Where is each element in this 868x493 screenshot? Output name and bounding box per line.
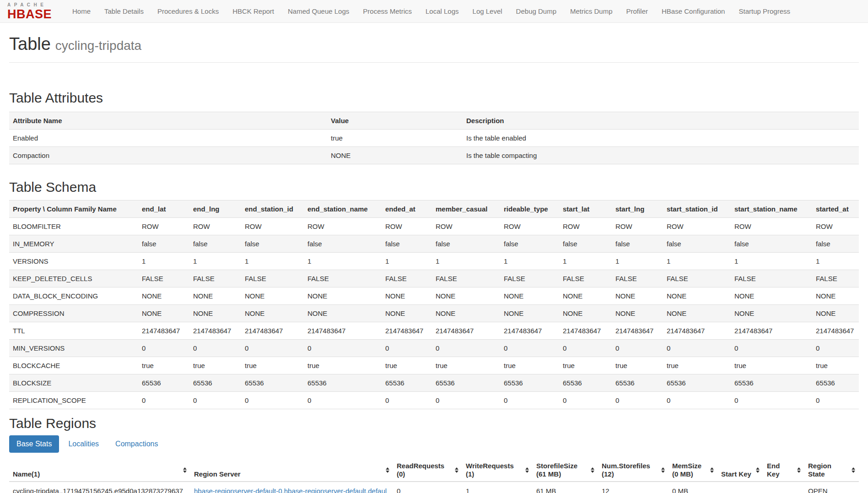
schema-property-value: 65536 — [432, 374, 500, 391]
schema-property-value: 1 — [189, 252, 241, 270]
schema-property-value: 1 — [559, 252, 612, 270]
schema-property-name: KEEP_DELETED_CELLS — [9, 270, 138, 287]
sort-icon[interactable] — [525, 467, 529, 473]
nav-item-process-metrics[interactable]: Process Metrics — [356, 0, 419, 22]
schema-property-value: 2147483647 — [500, 322, 559, 339]
schema-property-name: REPLICATION_SCOPE — [9, 391, 138, 409]
region-server-link[interactable]: hbase-regionserver-default-0.hbase-regio… — [194, 487, 387, 493]
schema-property-value: true — [138, 357, 189, 374]
nav-item-procedures-locks[interactable]: Procedures & Locks — [151, 0, 226, 22]
nav-item-hbase-configuration[interactable]: HBase Configuration — [655, 0, 732, 22]
schema-property-value: 65536 — [189, 374, 241, 391]
schema-property-value: 1 — [241, 252, 304, 270]
schema-property-value: NONE — [663, 287, 731, 304]
nav-menu: HomeTable DetailsProcedures & LocksHBCK … — [65, 0, 797, 22]
sort-up-arrow — [455, 467, 458, 470]
schema-property-name: BLOCKSIZE — [9, 374, 138, 391]
regions-column-memsize-0-mb[interactable]: MemSize (0 MB) — [669, 459, 717, 482]
schema-property-value: FALSE — [731, 270, 812, 287]
schema-property-value: 0 — [382, 339, 432, 357]
schema-property-value: 1 — [663, 252, 731, 270]
regions-column-label: WriteRequests (1) — [466, 462, 514, 478]
region-state-cell: OPEN — [804, 482, 859, 493]
regions-column-region-server[interactable]: Region Server — [190, 459, 393, 482]
schema-property-value: NONE — [500, 304, 559, 322]
hbase-logo[interactable]: APACHE HBASE — [7, 3, 52, 20]
regions-column-writerequests-1[interactable]: WriteRequests (1) — [462, 459, 533, 482]
nav-item-hbck-report[interactable]: HBCK Report — [226, 0, 281, 22]
attributes-heading: Table Attributes — [9, 90, 859, 105]
schema-property-value: 65536 — [138, 374, 189, 391]
schema-property-value: true — [612, 357, 663, 374]
regions-column-num-storefiles-12[interactable]: Num.Storefiles (12) — [598, 459, 669, 482]
attribute-name-cell: Enabled — [9, 129, 327, 146]
nav-item-local-logs[interactable]: Local Logs — [419, 0, 466, 22]
schema-family-end-lng: end_lng — [189, 200, 241, 217]
write-requests-cell: 1 — [462, 482, 533, 493]
schema-family-start-lat: start_lat — [559, 200, 612, 217]
regions-column-start-key[interactable]: Start Key — [717, 459, 763, 482]
nav-item-named-queue-logs[interactable]: Named Queue Logs — [281, 0, 356, 22]
regions-column-name-1[interactable]: Name(1) — [9, 459, 190, 482]
schema-property-value: NONE — [241, 304, 304, 322]
tab-localities[interactable]: Localities — [61, 435, 106, 453]
schema-property-value: false — [812, 235, 859, 252]
regions-column-end-key[interactable]: End Key — [763, 459, 804, 482]
nav-item-metrics-dump[interactable]: Metrics Dump — [563, 0, 620, 22]
sort-icon[interactable] — [756, 467, 760, 473]
end-key-cell — [763, 482, 804, 493]
nav-item-profiler[interactable]: Profiler — [620, 0, 655, 22]
sort-icon[interactable] — [797, 467, 801, 473]
sort-icon[interactable] — [183, 467, 187, 473]
regions-column-label: Start Key — [721, 470, 751, 478]
schema-property-value: ROW — [241, 217, 304, 235]
schema-property-value: NONE — [382, 287, 432, 304]
schema-family-member-casual: member_casual — [432, 200, 500, 217]
schema-property-value: ROW — [731, 217, 812, 235]
regions-column-label: Num.Storefiles (12) — [602, 462, 650, 478]
schema-property-value: 1 — [432, 252, 500, 270]
table-attributes-section: Table Attributes Attribute NameValueDesc… — [9, 90, 859, 164]
tab-compactions[interactable]: Compactions — [108, 435, 165, 453]
nav-item-log-level[interactable]: Log Level — [466, 0, 509, 22]
schema-property-value: 1 — [138, 252, 189, 270]
schema-property-value: NONE — [812, 304, 859, 322]
regions-column-readrequests-0[interactable]: ReadRequests (0) — [393, 459, 462, 482]
sort-up-arrow — [797, 467, 801, 470]
sort-icon[interactable] — [852, 467, 855, 473]
nav-item-debug-dump[interactable]: Debug Dump — [509, 0, 563, 22]
sort-icon[interactable] — [591, 467, 594, 473]
sort-icon[interactable] — [455, 467, 458, 473]
sort-icon[interactable] — [661, 467, 665, 473]
schema-property-value: true — [432, 357, 500, 374]
schema-property-value: 65536 — [812, 374, 859, 391]
schema-property-value: true — [812, 357, 859, 374]
nav-item-startup-progress[interactable]: Startup Progress — [732, 0, 797, 22]
schema-property-value: FALSE — [812, 270, 859, 287]
schema-property-value: NONE — [138, 287, 189, 304]
schema-property-value: FALSE — [189, 270, 241, 287]
schema-property-name: VERSIONS — [9, 252, 138, 270]
schema-property-value: false — [559, 235, 612, 252]
regions-column-storefilesize-61-mb[interactable]: StorefileSize (61 MB) — [533, 459, 598, 482]
regions-table-body: cycling-tripdata,,1719475156245.e95d0a13… — [9, 482, 859, 493]
schema-property-value: FALSE — [500, 270, 559, 287]
schema-table-body: BLOOMFILTERROWROWROWROWROWROWROWROWROWRO… — [9, 217, 859, 409]
attribute-row-enabled: EnabledtrueIs the table enabled — [9, 129, 859, 146]
sort-icon[interactable] — [710, 467, 714, 473]
schema-property-value: ROW — [432, 217, 500, 235]
tab-base-stats[interactable]: Base Stats — [9, 435, 59, 453]
regions-column-region-state[interactable]: Region State — [804, 459, 859, 482]
attributes-header-row: Attribute NameValueDescription — [9, 112, 859, 129]
schema-property-value: 2147483647 — [241, 322, 304, 339]
sort-icon[interactable] — [386, 467, 389, 473]
nav-item-table-details[interactable]: Table Details — [97, 0, 151, 22]
schema-property-value: NONE — [304, 304, 382, 322]
schema-property-value: NONE — [432, 304, 500, 322]
schema-property-value: 0 — [612, 391, 663, 409]
schema-property-value: 0 — [138, 391, 189, 409]
schema-property-value: NONE — [382, 304, 432, 322]
nav-item-home[interactable]: Home — [65, 0, 97, 22]
schema-property-value: 2147483647 — [812, 322, 859, 339]
sort-down-arrow — [797, 471, 801, 473]
